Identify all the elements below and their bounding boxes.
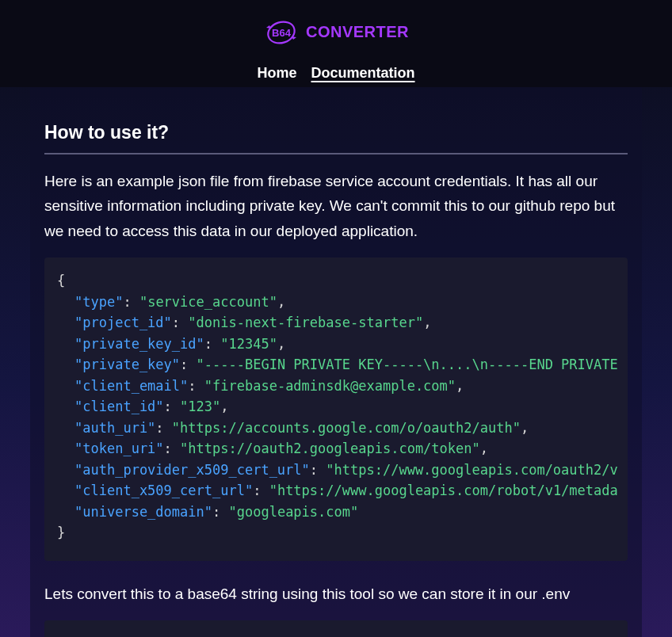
- logo[interactable]: B64 CONVERTER: [263, 14, 409, 51]
- svg-text:B64: B64: [272, 27, 292, 39]
- after-code-paragraph: Lets convert this to a base64 string usi…: [44, 582, 628, 606]
- intro-paragraph: Here is an example json file from fireba…: [44, 169, 628, 243]
- nav-home[interactable]: Home: [257, 65, 296, 82]
- nav: Home Documentation: [257, 65, 414, 82]
- header: B64 CONVERTER Home Documentation: [0, 0, 672, 87]
- nav-documentation[interactable]: Documentation: [311, 65, 415, 82]
- section-heading: How to use it?: [44, 122, 628, 154]
- content: How to use it? Here is an example json f…: [30, 87, 642, 637]
- logo-refresh-icon: B64: [263, 14, 300, 51]
- logo-text: CONVERTER: [306, 23, 409, 41]
- json-code-block[interactable]: {"type": "service_account","project_id":…: [44, 257, 628, 561]
- env-code-block[interactable]: # Firebase Service Account CertFIREBASE_…: [44, 620, 628, 637]
